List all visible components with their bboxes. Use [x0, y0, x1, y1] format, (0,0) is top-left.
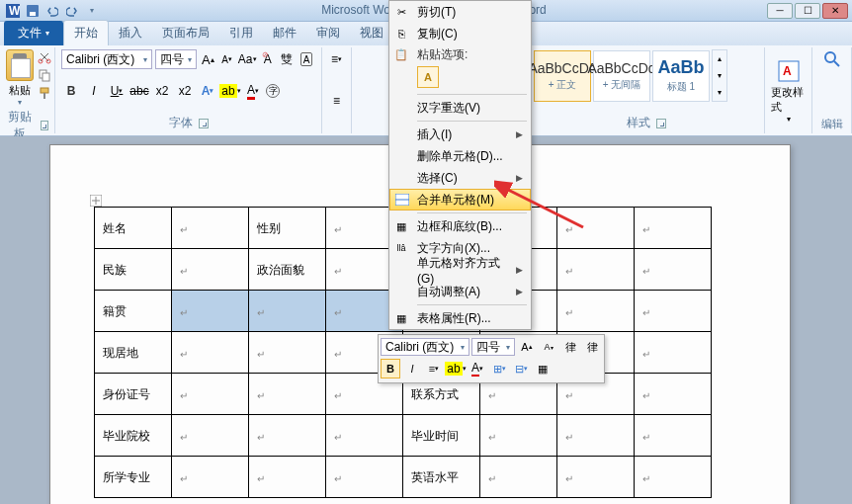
style-heading1[interactable]: AaBb标题 1: [652, 50, 710, 102]
cell[interactable]: ↵: [249, 374, 326, 415]
phonetic-icon[interactable]: 雙: [279, 49, 295, 69]
subscript-button[interactable]: x2: [152, 81, 172, 101]
cell[interactable]: ↵: [172, 415, 249, 457]
mini-delete-icon[interactable]: ⊟▾: [511, 359, 531, 378]
mail-tab[interactable]: 邮件: [263, 21, 306, 45]
ctx-merge-cells[interactable]: 合并单元格(M): [389, 189, 531, 210]
redo-icon[interactable]: [63, 2, 81, 20]
font-dialog-launcher[interactable]: [199, 119, 209, 128]
cell[interactable]: ↵: [172, 208, 249, 249]
enclose-char-icon[interactable]: 字: [266, 84, 280, 98]
cell[interactable]: ↵: [635, 374, 712, 415]
cell[interactable]: ↵: [635, 457, 712, 498]
ctx-hanzi[interactable]: 汉字重选(V): [389, 97, 531, 119]
ctx-select[interactable]: 选择(C)▶: [389, 167, 531, 189]
ctx-cut[interactable]: ✂剪切(T): [389, 1, 531, 23]
cell-selected[interactable]: ↵: [172, 291, 249, 332]
mini-align-icon[interactable]: ≡▾: [424, 359, 444, 378]
paste-button[interactable]: 粘贴 ▾: [6, 49, 34, 107]
ctx-cell-align[interactable]: 单元格对齐方式(G)▶: [389, 259, 531, 281]
gallery-more-icon[interactable]: ▾: [713, 84, 726, 101]
cell[interactable]: ↵: [172, 457, 249, 498]
mini-italic-button[interactable]: I: [402, 359, 422, 378]
font-name-combo[interactable]: Calibri (西文)▾: [61, 49, 152, 69]
mini-insert-icon[interactable]: ⊞▾: [489, 359, 509, 378]
home-tab[interactable]: 开始: [63, 20, 109, 45]
gallery-down-icon[interactable]: ▾: [713, 67, 726, 84]
bold-button[interactable]: B: [61, 81, 81, 101]
cell[interactable]: 毕业院校: [95, 415, 172, 457]
cell[interactable]: ↵: [557, 457, 635, 498]
shrink-font-icon[interactable]: A▾: [219, 49, 235, 69]
qat-dropdown-icon[interactable]: ▾: [83, 2, 101, 20]
cell[interactable]: 现居地: [95, 332, 172, 374]
mini-shrink-font-icon[interactable]: A▾: [539, 337, 558, 357]
cell[interactable]: 籍贯: [95, 291, 172, 332]
insert-tab[interactable]: 插入: [109, 21, 152, 45]
cell[interactable]: ↵: [172, 249, 249, 291]
mini-highlight-icon[interactable]: ab▾: [446, 359, 466, 378]
cell[interactable]: ↵: [249, 457, 326, 498]
layout-tab[interactable]: 页面布局: [152, 21, 219, 45]
word-icon[interactable]: W: [4, 2, 22, 20]
close-button[interactable]: ✕: [822, 3, 848, 19]
cell[interactable]: 毕业时间: [403, 415, 480, 457]
style-normal[interactable]: AaBbCcDd+ 正文: [534, 50, 591, 102]
mini-indent-icon[interactable]: 律: [582, 337, 602, 357]
undo-icon[interactable]: [43, 2, 61, 20]
cell[interactable]: 身份证号: [95, 374, 172, 415]
cell[interactable]: ↵: [557, 291, 635, 332]
grow-font-icon[interactable]: A▴: [200, 49, 215, 69]
cell[interactable]: ↵: [249, 332, 326, 374]
mini-merge-icon[interactable]: ▦: [533, 359, 553, 378]
cell[interactable]: ↵: [635, 415, 712, 457]
font-size-combo[interactable]: 四号▾: [155, 49, 198, 69]
clear-format-icon[interactable]: A⊘: [260, 49, 276, 69]
ctx-copy[interactable]: ⎘复制(C): [389, 23, 531, 44]
paste-keep-formatting[interactable]: A: [417, 66, 439, 88]
cell[interactable]: ↵: [172, 332, 249, 374]
gallery-up-icon[interactable]: ▴: [713, 50, 726, 67]
mini-font-combo[interactable]: Calibri (西文)▾: [381, 338, 469, 356]
styles-dialog-launcher[interactable]: [656, 119, 666, 128]
bullets-icon[interactable]: ≡▾: [328, 49, 345, 69]
cell[interactable]: 所学专业: [95, 457, 172, 498]
cell[interactable]: ↵: [326, 457, 403, 498]
cell[interactable]: ↵: [557, 208, 635, 249]
clipboard-dialog-launcher[interactable]: [41, 121, 48, 130]
cell[interactable]: ↵: [635, 332, 712, 374]
cell[interactable]: ↵: [480, 415, 557, 457]
maximize-button[interactable]: ☐: [795, 3, 820, 19]
mini-font-color-icon[interactable]: A▾: [468, 359, 487, 378]
review-tab[interactable]: 审阅: [306, 21, 350, 45]
ctx-autofit[interactable]: 自动调整(A)▶: [389, 281, 531, 302]
mini-grow-font-icon[interactable]: A▴: [517, 337, 537, 357]
border-icon[interactable]: A: [300, 52, 312, 66]
align-icon[interactable]: ≡: [328, 91, 345, 111]
cell[interactable]: ↵: [172, 374, 249, 415]
italic-button[interactable]: I: [84, 81, 104, 101]
cell[interactable]: ↵: [635, 208, 712, 249]
mini-bold-button[interactable]: B: [381, 359, 400, 378]
cell[interactable]: 姓名: [95, 208, 172, 249]
mini-styles-icon[interactable]: 律: [560, 337, 580, 357]
strikethrough-button[interactable]: abc: [129, 81, 149, 101]
find-button[interactable]: [818, 49, 845, 69]
superscript-button[interactable]: x2: [175, 81, 195, 101]
ctx-table-properties[interactable]: ▦表格属性(R)...: [389, 307, 531, 329]
save-icon[interactable]: [24, 2, 42, 20]
ctx-delete-cells[interactable]: 删除单元格(D)...: [389, 145, 531, 167]
cell[interactable]: 政治面貌: [249, 249, 326, 291]
format-painter-icon[interactable]: [36, 85, 53, 101]
highlight-icon[interactable]: ab▾: [220, 81, 240, 101]
view-tab[interactable]: 视图: [350, 21, 393, 45]
cell[interactable]: ↵: [249, 415, 326, 457]
style-nospacing[interactable]: AaBbCcDd+ 无间隔: [593, 50, 650, 102]
cell[interactable]: ↵: [557, 249, 635, 291]
cell[interactable]: 性别: [249, 208, 326, 249]
cell[interactable]: ↵: [480, 457, 557, 498]
text-effects-icon[interactable]: A▾: [198, 81, 217, 101]
copy-icon[interactable]: [36, 67, 53, 83]
cut-icon[interactable]: [36, 49, 53, 65]
mini-size-combo[interactable]: 四号▾: [471, 338, 515, 356]
